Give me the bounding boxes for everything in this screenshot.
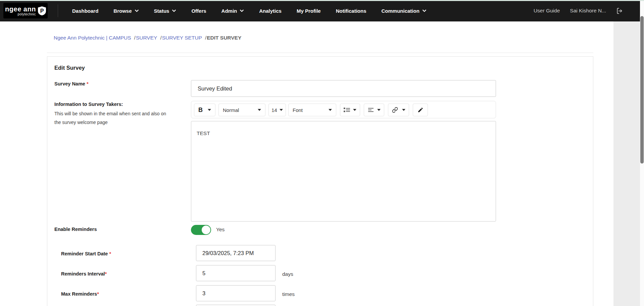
survey-name-label-text: Survey Name bbox=[54, 81, 85, 86]
nav-right-group: User Guide Sai Kishore N... bbox=[534, 7, 623, 14]
page-scrollbar-thumb[interactable] bbox=[640, 16, 644, 164]
svg-text:P: P bbox=[40, 8, 44, 14]
logo-line1: ngee ann bbox=[5, 6, 36, 12]
page-scrollbar-track[interactable] bbox=[640, 0, 644, 306]
toggle-knob bbox=[202, 226, 210, 234]
nav-item-label: Dashboard bbox=[72, 8, 98, 14]
nav-item-analytics[interactable]: Analytics bbox=[259, 8, 282, 14]
nav-item-label: Analytics bbox=[259, 8, 282, 14]
right-gutter bbox=[613, 21, 640, 306]
editor-text: TEST bbox=[197, 130, 210, 136]
font-family-value: Font bbox=[293, 107, 303, 113]
breadcrumb-separator: / bbox=[205, 35, 206, 41]
top-navbar: ngee ann polytechnic P Dashboard Browse … bbox=[0, 0, 640, 21]
caret-down-icon bbox=[258, 109, 261, 111]
breadcrumb-separator: / bbox=[134, 35, 136, 41]
info-helper-line1: This will be shown in the email when sen… bbox=[54, 111, 166, 116]
nav-item-label: Admin bbox=[221, 8, 237, 14]
nav-item-label: Browse bbox=[113, 8, 132, 14]
bold-dropdown-button[interactable]: B bbox=[194, 104, 215, 116]
current-user-name[interactable]: Sai Kishore N... bbox=[570, 8, 606, 14]
info-label: Information to Survey Takers: bbox=[54, 102, 123, 107]
breadcrumb-survey-setup-link[interactable]: SURVEY SETUP bbox=[162, 35, 202, 41]
reminder-start-date-value: 29/03/2025, 7:23 PM bbox=[202, 250, 254, 256]
logout-icon[interactable] bbox=[616, 7, 623, 14]
ngee-ann-logo[interactable]: ngee ann polytechnic P bbox=[3, 3, 48, 18]
nav-item-browse[interactable]: Browse bbox=[113, 8, 139, 14]
np-shield-icon: P bbox=[38, 6, 46, 15]
nav-menu: Dashboard Browse Status Offers Admin Ana… bbox=[72, 8, 427, 14]
reminder-start-date-label: Reminder Start Date* bbox=[61, 251, 111, 256]
reminders-interval-label: Reminders Interval* bbox=[61, 271, 107, 277]
font-size-value: 14 bbox=[271, 107, 277, 113]
max-reminders-label-text: Max Reminders bbox=[61, 291, 97, 297]
nav-item-status[interactable]: Status bbox=[154, 8, 177, 14]
nav-divider bbox=[58, 4, 58, 17]
paragraph-style-value: Normal bbox=[223, 107, 239, 113]
reminder-start-date-input[interactable]: 29/03/2025, 7:23 PM bbox=[196, 245, 276, 261]
chevron-down-icon bbox=[422, 9, 427, 12]
caret-down-icon bbox=[377, 109, 381, 111]
content-divider bbox=[47, 53, 593, 53]
reminders-interval-value: 5 bbox=[202, 270, 205, 277]
required-asterisk: * bbox=[109, 251, 111, 256]
font-family-dropdown[interactable]: Font bbox=[288, 104, 336, 116]
window-top-edge bbox=[0, 0, 644, 1]
user-guide-link[interactable]: User Guide bbox=[534, 8, 560, 14]
breadcrumb-survey-link[interactable]: SURVEY bbox=[136, 35, 157, 41]
edit-survey-card: Edit Survey Survey Name* Survey Edited I… bbox=[47, 56, 593, 306]
max-reminders-value: 3 bbox=[202, 290, 205, 297]
chevron-down-icon bbox=[135, 9, 139, 12]
pencil-tool-button[interactable] bbox=[413, 104, 428, 116]
nav-item-dashboard[interactable]: Dashboard bbox=[72, 8, 98, 14]
font-size-dropdown[interactable]: 14 bbox=[268, 104, 286, 116]
bold-label: B bbox=[198, 107, 203, 114]
chevron-down-icon bbox=[240, 9, 244, 12]
caret-down-icon bbox=[280, 109, 283, 111]
next-field-input-partial[interactable] bbox=[196, 305, 276, 306]
paragraph-style-dropdown[interactable]: Normal bbox=[218, 104, 265, 116]
info-helper-line2: the survey welcome page bbox=[54, 120, 108, 125]
nav-item-label: Offers bbox=[191, 8, 206, 14]
nav-item-notifications[interactable]: Notifications bbox=[336, 8, 366, 14]
edit-survey-page: ngee ann polytechnic P Dashboard Browse … bbox=[0, 0, 644, 306]
nav-item-communication[interactable]: Communication bbox=[381, 8, 426, 14]
max-reminders-label: Max Reminders* bbox=[61, 291, 99, 297]
logo-text: ngee ann polytechnic bbox=[5, 6, 36, 16]
bulleted-list-icon bbox=[344, 107, 350, 113]
reminders-interval-suffix: days bbox=[282, 271, 293, 277]
survey-name-value: Survey Edited bbox=[198, 85, 232, 92]
toggle-state-label: Yes bbox=[216, 227, 225, 233]
pencil-icon bbox=[417, 107, 424, 113]
max-reminders-input[interactable]: 3 bbox=[196, 285, 276, 301]
caret-down-icon bbox=[208, 109, 211, 111]
nav-item-label: Communication bbox=[381, 8, 419, 14]
nav-item-label: Notifications bbox=[336, 8, 366, 14]
reminders-interval-label-text: Reminders Interval bbox=[61, 271, 105, 277]
nav-item-label: My Profile bbox=[297, 8, 321, 14]
reminder-start-date-label-text: Reminder Start Date bbox=[61, 251, 108, 256]
align-dropdown-button[interactable] bbox=[364, 104, 384, 116]
breadcrumb-current: EDIT SURVEY bbox=[207, 35, 241, 41]
nav-item-my-profile[interactable]: My Profile bbox=[297, 8, 321, 14]
align-lines-icon bbox=[367, 107, 374, 113]
enable-reminders-toggle[interactable] bbox=[191, 225, 211, 235]
required-asterisk: * bbox=[105, 271, 107, 277]
required-asterisk: * bbox=[87, 81, 89, 86]
list-dropdown-button[interactable] bbox=[340, 104, 360, 116]
max-reminders-suffix: times bbox=[282, 291, 295, 297]
caret-down-icon bbox=[402, 109, 405, 111]
survey-name-input[interactable]: Survey Edited bbox=[191, 80, 496, 97]
breadcrumb: Ngee Ann Polytechnic | CAMPUS / SURVEY /… bbox=[54, 35, 241, 41]
caret-down-icon bbox=[329, 109, 332, 111]
editor-textarea[interactable]: TEST bbox=[191, 121, 496, 222]
caret-down-icon bbox=[353, 109, 356, 111]
editor-toolbar: B Normal 14 Font bbox=[191, 101, 496, 118]
nav-item-label: Status bbox=[154, 8, 169, 14]
breadcrumb-root-link[interactable]: Ngee Ann Polytechnic | CAMPUS bbox=[54, 35, 131, 41]
page-title: Edit Survey bbox=[54, 65, 85, 71]
link-dropdown-button[interactable] bbox=[388, 104, 409, 116]
nav-item-offers[interactable]: Offers bbox=[191, 8, 206, 14]
reminders-interval-input[interactable]: 5 bbox=[196, 265, 276, 281]
nav-item-admin[interactable]: Admin bbox=[221, 8, 244, 14]
